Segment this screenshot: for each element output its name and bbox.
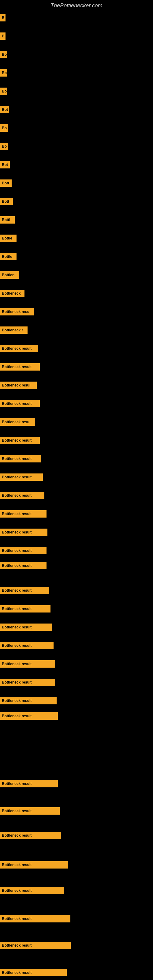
list-item: Bottleneck result [0,641,153,650]
list-item: Bottleneck resu [0,417,153,426]
list-item: Bott [0,197,153,206]
bottleneck-label: Bottleneck result [0,363,40,371]
list-item: Bottleneck result [0,491,153,500]
bottleneck-label: Bottleneck result [0,861,68,869]
bottleneck-label: Bott [0,198,13,205]
list-item: Bottleneck result [0,860,153,869]
list-item: Bo [0,50,153,59]
bottleneck-label: Bo [0,124,8,132]
bottleneck-label: Bo [0,69,7,76]
bottleneck-label: Bottleneck result [0,605,51,612]
list-item: Bottleneck result [0,362,153,371]
list-item: Bottleneck result [0,678,153,687]
bottleneck-label: Bottleneck result [0,492,45,499]
bottleneck-label: Bottleneck result [0,624,52,631]
bottleneck-label: Bottleneck result [0,437,40,444]
bottleneck-label: Bot [0,161,10,169]
bottleneck-label: Bottleneck result [0,562,46,569]
bottleneck-label: Bottle [0,253,16,260]
list-item: Bottleneck r [0,326,153,335]
bottleneck-label: Bottleneck result [0,780,58,788]
list-item: Bottleneck result [0,509,153,519]
list-item: Bot [0,160,153,169]
bottleneck-label: Bottlen [0,271,19,279]
bottleneck-label: Bottleneck resu [0,418,35,426]
list-item: Bo [0,142,153,151]
bottleneck-label: Bottleneck result [0,528,48,536]
bottleneck-label: Bo [0,88,7,95]
bottleneck-label: Bottle [0,235,16,242]
bottleneck-label: Bottleneck result [0,832,61,839]
list-item: Bottleneck result [0,831,153,840]
list-item: Bottleneck result [0,659,153,668]
list-item: Bottlen [0,270,153,280]
list-item: Bottleneck result [0,436,153,445]
site-title: TheBottlenecker.com [0,0,153,10]
bottleneck-label: Bottleneck [0,290,24,297]
list-item: Bottleneck result [0,546,153,555]
list-item: Bot [0,105,153,114]
list-item: Bottleneck result [0,968,153,977]
bottleneck-label: Bo [0,51,7,58]
list-item: Bottleneck result [0,473,153,482]
list-item: Bottleneck result [0,711,153,721]
list-item: Bottleneck result [0,561,153,570]
list-item: Bottleneck resul [0,381,153,390]
list-item: B [0,13,153,22]
list-item: Bottleneck result [0,344,153,353]
bottleneck-label: Bottleneck result [0,887,64,894]
list-item: Bottl [0,215,153,224]
list-item: B [0,32,153,41]
bottleneck-label: Bottleneck result [0,345,38,352]
list-item: Bottleneck result [0,696,153,705]
list-item: Bottleneck result [0,623,153,632]
bottleneck-label: Bottleneck r [0,326,27,334]
bottleneck-label: Bottleneck result [0,660,55,668]
bottleneck-label: Bottleneck result [0,712,58,720]
bottleneck-label: Bo [0,143,8,150]
list-item: Bottleneck [0,289,153,298]
list-item: Bottleneck result [0,454,153,463]
bottleneck-label: Bottleneck result [0,510,46,517]
list-item: Bottleneck result [0,528,153,537]
list-item: Bottle [0,252,153,261]
bottleneck-label: Bottl [0,216,15,224]
bottleneck-label: Bottleneck result [0,642,54,649]
bottleneck-label: Bottleneck result [0,915,70,923]
bottleneck-label: Bottleneck resu [0,308,33,315]
list-item: Bottleneck resu [0,307,153,317]
bottleneck-label: Bottleneck result [0,587,49,594]
list-item: Bottleneck result [0,941,153,950]
list-item: Bott [0,178,153,188]
bottleneck-label: Bottleneck result [0,942,71,949]
bottleneck-label: Bott [0,180,12,187]
bottleneck-label: Bottleneck result [0,697,57,705]
bottleneck-label: Bottleneck result [0,969,67,976]
list-item: Bottle [0,234,153,243]
bottleneck-label: Bottleneck result [0,400,40,407]
bottleneck-label: Bottleneck resul [0,382,37,389]
list-item: Bottleneck result [0,807,153,816]
bottleneck-label: B [0,32,5,40]
bottleneck-label: Bottleneck result [0,679,55,686]
list-item: Bottleneck result [0,914,153,923]
items-container: BBBoBoBoBotBoBoBotBottBottBottlBottleBot… [0,10,153,980]
list-item: Bottleneck result [0,586,153,595]
list-item: Bo [0,87,153,96]
list-item: Bo [0,123,153,133]
bottleneck-label: Bottleneck result [0,455,41,463]
bottleneck-label: Bottleneck result [0,547,46,554]
bottleneck-label: B [0,14,5,21]
list-item: Bottleneck result [0,779,153,788]
list-item: Bo [0,68,153,78]
bottleneck-label: Bottleneck result [0,474,43,481]
list-item: Bottleneck result [0,604,153,613]
bottleneck-label: Bottleneck result [0,807,60,815]
list-item: Bottleneck result [0,399,153,408]
bottleneck-label: Bot [0,106,9,113]
list-item: Bottleneck result [0,886,153,895]
